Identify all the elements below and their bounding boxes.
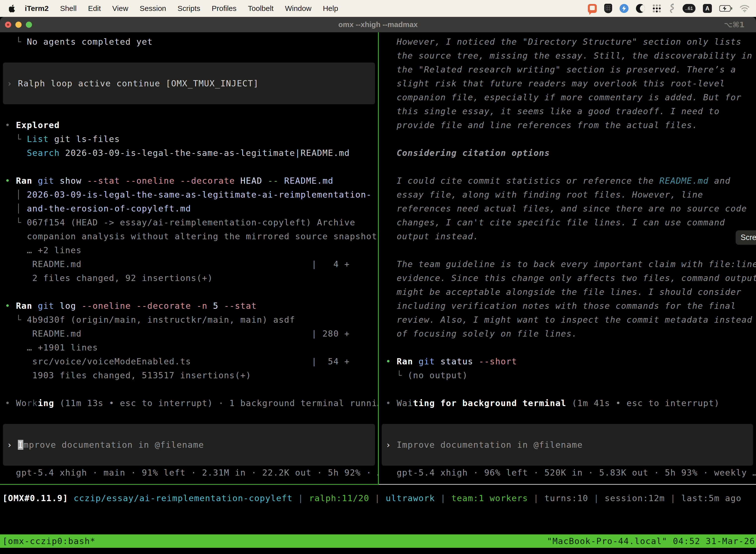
menu-item-view[interactable]: View [107,4,134,13]
menu-bar-status-icons: ..61 A [588,3,750,14]
terminal-line: • Waiting for background terminal (1m 41… [386,396,756,410]
thinking-heading: Considering citation options [386,146,756,160]
terminal-line: … +1901 lines [5,340,378,354]
terminal-line: including verification notes with those … [386,299,756,313]
timer-badge-icon[interactable]: ..61 [683,4,695,13]
terminal-line: └ 4b9d30f (origin/main, instructkr/main,… [5,313,378,327]
omx-status-line: [OMX#0.11.9] cczip/essay/ai-reimplementa… [0,491,756,505]
terminal-line: • Ran git log --oneline --decorate -n 5 … [5,299,378,313]
session-status-right: gpt-5.4 xhigh · 96% left · 520K in · 5.8… [386,466,756,480]
terminal-line: I could cite commit statistics or refere… [386,174,756,188]
menu-item-scripts[interactable]: Scripts [172,4,206,13]
chat-app-icon[interactable] [588,3,597,14]
ralph-loop-prompt-box[interactable]: › Ralph loop active continue [OMX_TMUX_I… [3,63,375,104]
menu-item-window[interactable]: Window [279,4,317,13]
menu-item-profiles[interactable]: Profiles [206,4,242,13]
terminal-line: review. Also, I might want to inspect th… [386,313,756,327]
terminal-line: └ (no output) [386,368,756,382]
password-manager-icon[interactable] [604,3,612,14]
omx-ultrawork-label: ultrawork [386,493,435,503]
app-grid-icon[interactable] [652,3,661,14]
terminal-line: • Explored [5,118,378,132]
desktop-screen: iTerm2 Shell Edit View Session Scripts P… [0,0,756,554]
omx-version-label: [OMX#0.11.9] [2,493,68,503]
prompt-input-right[interactable]: › Improve documentation in @filename [382,424,753,466]
terminal-line: essay file, along with finding root file… [386,188,756,202]
bolt-app-icon[interactable] [620,3,629,14]
terminal-line: output instead. [386,229,756,243]
terminal-pane-right[interactable]: However, I noticed the "Directory Struct… [379,32,756,484]
terminal-line: this single essay, it seems like a good … [386,104,756,118]
menu-item-edit[interactable]: Edit [82,4,107,13]
terminal-line: references need actual files, and since … [386,202,756,215]
menu-item-help[interactable]: Help [317,4,344,13]
menu-item-session[interactable]: Session [134,4,172,13]
terminal-line: might be acceptable alongside the file l… [386,285,756,299]
inactive-pane-border [379,484,756,485]
terminal-line: The team guideline is to back every impo… [386,257,756,271]
terminal-line: 2 files changed, 92 insertions(+) [5,271,378,285]
terminal-line: │ and-the-erosion-of-copyleft.md [5,202,378,215]
terminal-line: └ List git ls-files [5,132,378,146]
macos-menu-bar: iTerm2 Shell Edit View Session Scripts P… [0,0,756,17]
terminal-line: of focusing solely on file lines. [386,327,756,340]
terminal-line: evidence. Since this change only affects… [386,271,756,285]
session-status-left: gpt-5.4 xhigh · main · 91% left · 2.31M … [5,466,378,480]
terminal-line: provide file and line references from th… [386,118,756,132]
terminal-line: companion file, especially if more comme… [386,90,756,104]
omx-branch-path: cczip/essay/ai-reimplementation-copyleft [74,493,293,503]
terminal-line: slight risk that future readers may over… [386,76,756,90]
terminal-line: └ No agents completed yet [5,35,378,49]
terminal-line: └ 067f154 (HEAD -> essay/ai-reimplementa… [5,215,378,229]
terminal-pane-left[interactable]: └ No agents completed yet› Ralph loop ac… [0,32,378,484]
window-title: omx --xhigh --madmax [0,20,756,29]
terminal-window: └ No agents completed yet› Ralph loop ac… [0,32,756,554]
tmux-host-clock-label: "MacBook-Pro-44.local" 04:52 31-Mar-26 [547,535,756,548]
terminal-line: Search 2026-03-09-is-legal-the-same-as-l… [5,146,378,160]
terminal-line: the source tree, missing the essay. Stil… [386,49,756,63]
omx-ralph-counter: ralph:11/20 [309,493,369,503]
moon-app-icon[interactable] [636,3,645,14]
menu-item-iterm2[interactable]: iTerm2 [19,4,54,13]
omx-last-label: last:5m ago [681,493,742,503]
apple-menu-icon[interactable] [9,4,16,12]
terminal-line: README.md | 4 + [5,257,378,271]
menu-item-toolbelt[interactable]: Toolbelt [242,4,279,13]
screen-share-tooltip: Scre [736,230,756,245]
omx-turns-label: turns:10 [545,493,588,503]
menu-bar-left: iTerm2 Shell Edit View Session Scripts P… [0,4,344,13]
terminal-line: … +2 lines [5,243,378,257]
terminal-line: • Ran git show --stat --oneline --decora… [5,174,378,188]
terminal-line: src/voice/voiceModeEnabled.ts | 54 + [5,354,378,368]
terminal-line: │ 2026-03-09-is-legal-the-same-as-legiti… [5,188,378,202]
battery-icon[interactable] [719,3,732,14]
terminal-line: companion analysis without altering the … [5,229,378,243]
pane-divider[interactable] [378,32,379,485]
terminal-line: README.md | 280 + [5,327,378,340]
terminal-line: However, I noticed the "Directory Struct… [386,35,756,49]
tmux-session-label: [omx-cczip0:bash* [0,535,96,548]
omx-team-label: team:1 workers [451,493,528,503]
prompt-input-left[interactable]: › Improve documentation in @filename [3,424,375,466]
terminal-line: the "Related research writing" section i… [386,63,756,76]
menu-item-shell[interactable]: Shell [54,4,82,13]
terminal-line: • Ran git status --short [386,354,756,368]
terminal-line: 1903 files changed, 513517 insertions(+) [5,368,378,382]
window-title-bar[interactable]: omx --xhigh --madmax ⌥⌘1 [0,17,756,32]
window-shortcut-label: ⌥⌘1 [724,20,745,29]
clipboard-manager-icon[interactable] [669,3,675,14]
tmux-status-bar: [omx-cczip0:bash* "MacBook-Pro-44.local"… [0,535,756,548]
terminal-line: • Working (11m 13s • esc to interrupt) ·… [5,396,378,410]
input-source-icon[interactable]: A [703,4,712,13]
terminal-line: changes, I can't cite specific file line… [386,215,756,229]
active-pane-border [0,484,378,485]
wifi-icon[interactable] [740,3,750,14]
omx-session-label: session:12m [605,493,665,503]
